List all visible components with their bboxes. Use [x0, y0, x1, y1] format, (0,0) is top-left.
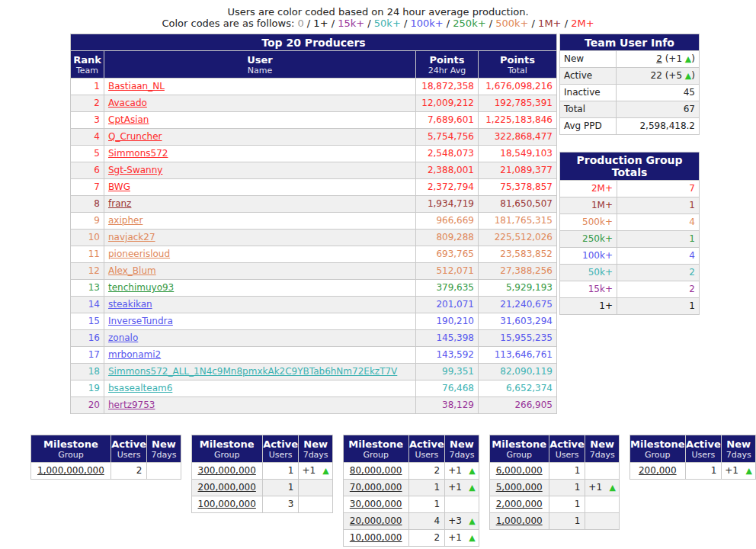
table-row: 1,000,000,0002	[31, 463, 181, 480]
table-header-row: MilestoneGroup ActiveUsers New7days	[31, 435, 181, 463]
user-link[interactable]: tenchimuyo93	[108, 282, 174, 293]
user-link[interactable]: Alex_Blum	[108, 265, 156, 276]
user-link[interactable]: zonalo	[108, 332, 138, 343]
milestone-link[interactable]: 20,000,000	[350, 515, 402, 526]
user-cell: tenchimuyo93	[104, 280, 416, 297]
user-link[interactable]: hertz9753	[108, 400, 155, 410]
active-users-cell: 4	[408, 513, 445, 530]
milestone-column-header: MilestoneGroup	[191, 435, 262, 463]
milestone-cell: 100,000,000	[191, 496, 262, 513]
active-users-cell: 2	[408, 463, 445, 480]
new-7days-cell: +1▲	[445, 463, 479, 480]
points-total-cell: 18,549,103	[479, 146, 557, 162]
milestone-link[interactable]: 5,000,000	[496, 482, 543, 493]
new-7days-cell	[299, 480, 332, 496]
inactive-users-count: 45	[684, 87, 695, 98]
subtitle-line-1: Users are color coded based on 24 hour a…	[0, 6, 756, 18]
user-link[interactable]: mrbonami2	[108, 349, 161, 360]
legend-separator: /	[401, 18, 411, 29]
up-arrow-icon: ▲	[322, 464, 328, 477]
table-row: 200,0001+1▲	[629, 463, 755, 480]
milestone-link[interactable]: 80,000,000	[350, 465, 402, 476]
rank-cell: 19	[71, 380, 104, 397]
milestone-link[interactable]: 200,000	[639, 465, 677, 476]
milestone-column-header: MilestoneGroup	[343, 435, 408, 463]
points-total-cell: 1,225,183,846	[479, 112, 557, 129]
up-arrow-icon: ▲	[746, 464, 752, 477]
user-link[interactable]: bsasealteam6	[108, 383, 172, 393]
milestone-column-header: MilestoneGroup	[489, 435, 549, 463]
user-cell: hertz9753	[104, 397, 416, 414]
new-users-link[interactable]: 2	[656, 53, 662, 64]
legend-separator: /	[486, 18, 496, 29]
rank-cell: 16	[71, 330, 104, 347]
user-link[interactable]: navjack27	[108, 232, 155, 242]
delta-close: )	[691, 70, 695, 81]
new-7days-cell	[147, 463, 181, 480]
info-value: 22 (+5 ▲)	[617, 68, 700, 85]
group-label: 1+	[560, 298, 617, 315]
right-sidebar: Team User Info New2 (+1 ▲) Active22 (+5 …	[559, 34, 700, 315]
points-avg-cell: 2,372,794	[416, 179, 479, 196]
user-link[interactable]: axipher	[108, 215, 143, 226]
points-total-cell: 225,512,026	[479, 230, 557, 246]
user-link[interactable]: Simmons572_ALL_1N4c9Mn8pmxkAk2C9YBTab6hN…	[108, 366, 397, 377]
legend-item: 50k+	[374, 18, 401, 29]
active-users-column-header: ActiveUsers	[685, 435, 722, 463]
user-cell: axipher	[104, 213, 416, 230]
user-link[interactable]: InverseTundra	[108, 316, 173, 326]
table-row: 19bsasealteam676,4686,652,374	[71, 380, 557, 397]
group-count: 7	[617, 181, 700, 197]
rank-cell: 11	[71, 246, 104, 263]
group-label: 250k+	[560, 231, 617, 248]
milestone-column-header: MilestoneGroup	[31, 435, 111, 463]
user-cell: Avacado	[104, 95, 416, 112]
rank-cell: 10	[71, 230, 104, 246]
user-link[interactable]: Simmons572	[108, 148, 168, 159]
user-link[interactable]: franz	[108, 198, 131, 209]
group-label: 2M+	[560, 181, 617, 197]
milestone-link[interactable]: 2,000,000	[496, 499, 543, 509]
points-total-cell: 266,905	[479, 397, 557, 414]
rank-cell: 6	[71, 162, 104, 179]
table-row: Inactive45	[560, 85, 700, 101]
points-avg-cell: 12,009,212	[416, 95, 479, 112]
active-users-cell: 1	[549, 496, 585, 513]
points-total-cell: 21,089,377	[479, 162, 557, 179]
milestone-link[interactable]: 100,000,000	[198, 499, 256, 509]
group-label: 15k+	[560, 281, 617, 298]
user-link[interactable]: Avacado	[108, 98, 147, 108]
user-link[interactable]: Q_Cruncher	[108, 131, 162, 142]
table-row: 20hertz975338,129266,905	[71, 397, 557, 414]
table-row: 5Simmons5722,548,07318,549,103	[71, 146, 557, 162]
table-row: 250k+1	[560, 231, 700, 248]
active-users-cell: 1	[408, 480, 445, 496]
user-link[interactable]: pioneerisloud	[108, 249, 170, 259]
new-7days-cell: +3▲	[445, 513, 479, 530]
new-7days-cell: +1▲	[585, 480, 620, 496]
table-header-row: MilestoneGroup ActiveUsers New7days	[489, 435, 619, 463]
milestone-link[interactable]: 1,000,000,000	[37, 465, 104, 476]
info-label: Inactive	[560, 85, 617, 101]
user-link[interactable]: Bastiaan_NL	[108, 81, 165, 92]
new-7days-column-header: New7days	[722, 435, 756, 463]
table-header-row: MilestoneGroup ActiveUsers New7days	[191, 435, 332, 463]
milestone-link[interactable]: 300,000,000	[198, 465, 256, 476]
table-row: 3CptAsian7,689,6011,225,183,846	[71, 112, 557, 129]
user-link[interactable]: steakikan	[108, 299, 152, 310]
table-row: 80,000,0002+1▲	[343, 463, 479, 480]
milestone-link[interactable]: 10,000,000	[350, 532, 402, 543]
milestone-link[interactable]: 70,000,000	[350, 482, 402, 493]
milestone-link[interactable]: 30,000,000	[350, 499, 402, 509]
milestone-link[interactable]: 6,000,000	[496, 465, 543, 476]
user-link[interactable]: CptAsian	[108, 114, 149, 125]
user-link[interactable]: Sgt-Swanny	[108, 165, 162, 175]
legend-separator: /	[528, 18, 538, 29]
up-arrow-icon: ▲	[469, 515, 475, 528]
new-7days-cell: +1▲	[299, 463, 332, 480]
legend-item: 15k+	[338, 18, 364, 29]
user-link[interactable]: BWG	[108, 181, 130, 192]
milestone-link[interactable]: 1,000,000	[496, 515, 543, 526]
table-row: 2,000,0001	[489, 496, 619, 513]
milestone-link[interactable]: 200,000,000	[198, 482, 256, 493]
